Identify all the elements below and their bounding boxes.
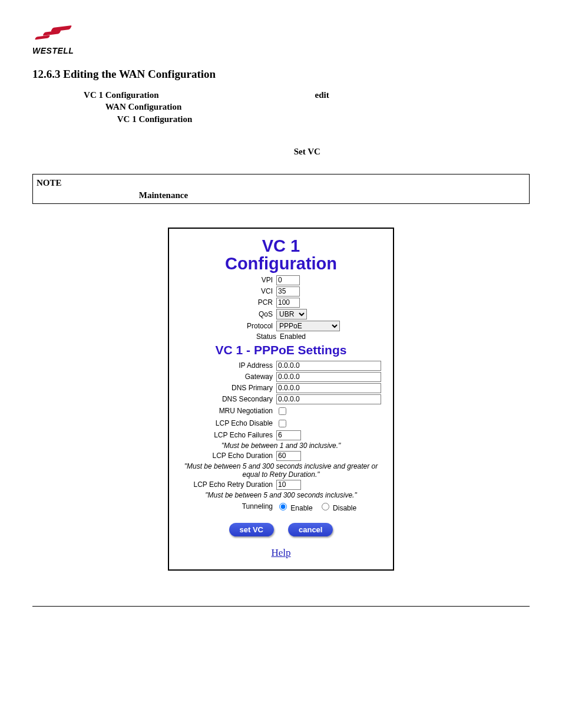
pcr-label: PCR xyxy=(171,298,276,307)
tunneling-disable-radio[interactable] xyxy=(322,503,329,510)
vpi-input[interactable] xyxy=(276,275,300,285)
panel-subtitle: VC 1 - PPPoE Settings xyxy=(171,343,391,357)
dns-secondary-label: DNS Secondary xyxy=(171,395,276,403)
hint-echo-failures: "Must be between 1 and 30 inclusive." xyxy=(175,442,387,450)
lcp-echo-failures-input[interactable] xyxy=(276,430,301,440)
lcp-echo-disable-checkbox[interactable] xyxy=(279,420,286,427)
vci-label: VCI xyxy=(171,287,276,295)
ip-input[interactable] xyxy=(276,361,381,371)
section-heading: 12.6.3 Editing the WAN Configuration xyxy=(32,68,530,81)
westell-logo: WESTELL xyxy=(32,24,78,56)
page-footer-rule xyxy=(32,606,530,607)
set-vc-button[interactable]: set VC xyxy=(229,523,274,536)
mru-label: MRU Negotiation xyxy=(171,407,276,415)
vci-input[interactable] xyxy=(276,286,300,297)
mru-checkbox[interactable] xyxy=(279,407,286,415)
lcp-echo-retry-input[interactable] xyxy=(276,480,301,490)
paragraph-2: Set VC xyxy=(32,134,530,158)
protocol-label: Protocol xyxy=(171,322,276,330)
lcp-echo-failures-label: LCP Echo Failures xyxy=(171,431,276,439)
status-value: Enabled xyxy=(280,332,306,341)
vpi-label: VPI xyxy=(171,276,276,284)
protocol-select[interactable]: PPPoE xyxy=(276,321,340,331)
vc1-config-panel: VC 1Configuration VPI VCI PCR QoS UBR xyxy=(168,228,394,571)
lcp-echo-disable-label: LCP Echo Disable xyxy=(171,419,276,427)
lcp-echo-retry-label: LCP Echo Retry Duration xyxy=(171,480,276,489)
panel-title: VC 1Configuration xyxy=(171,237,391,273)
gateway-label: Gateway xyxy=(171,373,276,381)
pcr-input[interactable] xyxy=(276,298,300,308)
status-label: Status xyxy=(256,332,280,341)
hint-echo-retry: "Must be between 5 and 300 seconds inclu… xyxy=(175,491,387,499)
note-box: NOTE Maintenance xyxy=(32,174,530,204)
lcp-echo-duration-input[interactable] xyxy=(276,451,301,461)
help-link[interactable]: Help xyxy=(271,547,290,558)
tunneling-disable-option[interactable]: Disable xyxy=(319,501,356,512)
tunneling-enable-radio[interactable] xyxy=(279,503,287,510)
ip-label: IP Address xyxy=(171,361,276,370)
dns-secondary-input[interactable] xyxy=(276,394,381,404)
lcp-echo-duration-label: LCP Echo Duration xyxy=(171,452,276,460)
tunneling-label: Tunneling xyxy=(171,502,276,510)
dns-primary-label: DNS Primary xyxy=(171,384,276,392)
paragraph-1: If you clicked VC 1 Configuration in the… xyxy=(32,89,530,125)
logo-swoosh-icon xyxy=(32,24,78,46)
dns-primary-input[interactable] xyxy=(276,383,381,393)
gateway-input[interactable] xyxy=(276,372,381,382)
cancel-button[interactable]: cancel xyxy=(288,523,333,536)
tunneling-enable-option[interactable]: Enable xyxy=(276,501,313,512)
hint-echo-duration: "Must be between 5 and 300 seconds inclu… xyxy=(175,462,387,479)
logo-wordmark: WESTELL xyxy=(32,46,78,55)
qos-select[interactable]: UBR xyxy=(276,309,307,319)
qos-label: QoS xyxy=(171,310,276,318)
